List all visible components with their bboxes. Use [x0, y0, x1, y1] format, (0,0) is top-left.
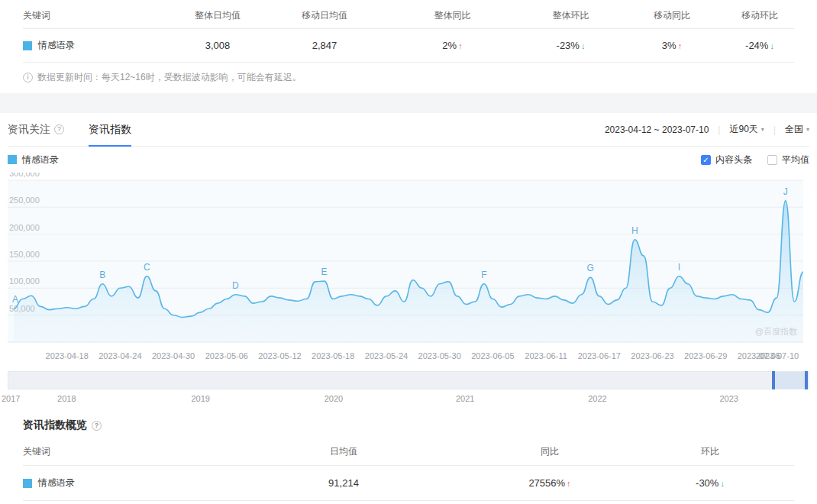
help-icon[interactable]: ?	[54, 124, 64, 134]
stats-table-header: 关键词 整体日均值 移动日均值 整体同比 整体环比 移动同比 移动环比	[23, 3, 794, 29]
period-select[interactable]: 近90天 ▾	[729, 123, 764, 136]
tab-news-attention[interactable]: 资讯关注 ?	[8, 113, 64, 146]
svg-text:E: E	[321, 267, 328, 277]
yoy-value: 27556%↑	[473, 477, 626, 489]
data-update-note: i 数据更新时间：每天12~16时，受数据波动影响，可能会有延迟。	[23, 63, 794, 93]
tab-news-index[interactable]: 资讯指数	[89, 113, 131, 146]
up-arrow-icon: ↑	[567, 479, 571, 488]
series-color-swatch	[23, 479, 32, 488]
svg-text:2023-04-18: 2023-04-18	[46, 351, 89, 360]
note-text: 数据更新时间：每天12~16时，受数据波动影响，可能会有延迟。	[37, 71, 302, 84]
overview-table-header: 关键词 日均值 同比 环比	[23, 438, 794, 466]
control-divider: |	[773, 124, 776, 135]
overview-table-row: 情感语录 91,214 27556%↑ -30%↓	[23, 466, 794, 501]
keyword-stats-section: 关键词 整体日均值 移动日均值 整体同比 整体环比 移动同比 移动环比 情感语录…	[0, 0, 817, 93]
chevron-down-icon: ▾	[806, 126, 809, 133]
keyword-cell[interactable]: 情感语录	[23, 477, 214, 489]
svg-text:2023-05-30: 2023-05-30	[418, 351, 461, 360]
svg-text:2023-07-10: 2023-07-10	[756, 351, 799, 360]
slider-handle-right[interactable]	[805, 371, 808, 389]
col-header-overall-daily: 整体日均值	[168, 9, 267, 22]
series-color-swatch	[23, 41, 32, 50]
col-header-daily-avg: 日均值	[214, 445, 473, 458]
keyword-label: 情感语录	[38, 477, 75, 489]
svg-text:2023-05-12: 2023-05-12	[258, 351, 301, 360]
date-range-label: 2023-04-12 ~ 2023-07-10	[605, 124, 709, 135]
series-color-swatch	[8, 155, 17, 164]
region-select[interactable]: 全国 ▾	[785, 123, 809, 136]
svg-text:2023-06-11: 2023-06-11	[525, 351, 567, 360]
up-arrow-icon: ↑	[678, 41, 683, 50]
down-arrow-icon: ↓	[581, 41, 586, 50]
help-icon[interactable]: ?	[92, 421, 102, 431]
up-arrow-icon: ↑	[458, 41, 463, 50]
panel-tabs: 资讯关注 ? 资讯指数 2023-04-12 ~ 2023-07-10 | 近9…	[8, 113, 809, 147]
col-header-overall-mom: 整体环比	[523, 9, 618, 22]
svg-text:H: H	[631, 225, 638, 236]
svg-text:2023-05-18: 2023-05-18	[312, 351, 354, 360]
legend-keyword-label: 情感语录	[22, 153, 59, 166]
svg-text:I: I	[678, 262, 680, 273]
svg-text:C: C	[144, 262, 150, 273]
keyword-label: 情感语录	[38, 39, 75, 52]
svg-text:B: B	[99, 270, 105, 280]
timeline-year-2017: 2017	[2, 394, 20, 403]
svg-text:100,000: 100,000	[9, 276, 40, 286]
chart-controls: 2023-04-12 ~ 2023-07-10 | 近90天 ▾ | 全国 ▾	[605, 123, 809, 136]
svg-text:2023-06-17: 2023-06-17	[578, 351, 621, 360]
checkbox-checked-icon[interactable]: ✓	[701, 155, 711, 165]
col-header-mobile-daily: 移动日均值	[267, 9, 382, 22]
col-header-yoy: 同比	[473, 445, 626, 458]
checkbox-average[interactable]: 平均值	[767, 153, 809, 166]
chart-options: ✓ 内容头条 平均值	[701, 153, 809, 166]
chevron-down-icon: ▾	[761, 126, 764, 133]
checkbox-unchecked-icon[interactable]	[767, 155, 777, 165]
col-header-keyword: 关键词	[23, 9, 168, 22]
news-index-overview-section: 资讯指数概览 ? 关键词 日均值 同比 环比 情感语录 91,214 27556…	[0, 406, 817, 501]
mobile-yoy-value: 3%↑	[618, 40, 725, 51]
col-header-mobile-mom: 移动环比	[725, 9, 794, 22]
svg-text:F: F	[481, 270, 486, 280]
svg-text:2023-06-23: 2023-06-23	[631, 351, 673, 360]
info-icon: i	[23, 73, 33, 82]
col-header-mom: 环比	[626, 445, 794, 458]
trend-chart[interactable]: 50,000100,000150,000200,000250,000300,00…	[8, 173, 809, 365]
svg-text:300,000: 300,000	[9, 173, 40, 178]
timeline-year-2020: 2020	[325, 394, 343, 403]
keyword-cell[interactable]: 情感语录	[23, 39, 168, 52]
overview-title: 资讯指数概览 ?	[23, 412, 794, 438]
svg-text:2023-06-29: 2023-06-29	[684, 351, 727, 360]
col-header-overall-yoy: 整体同比	[382, 9, 523, 22]
legend-item-keyword[interactable]: 情感语录	[8, 153, 59, 166]
svg-text:A: A	[12, 294, 18, 305]
chart-legend-row: 情感语录 ✓ 内容头条 平均值	[8, 147, 809, 173]
timeline-year-2019: 2019	[191, 394, 209, 403]
svg-text:2023-06-05: 2023-06-05	[471, 351, 514, 360]
overall-yoy-value: 2%↑	[382, 40, 523, 51]
mom-value: -30%↓	[626, 477, 794, 489]
timeline-year-2023: 2023	[719, 394, 738, 403]
slider-handle-left[interactable]	[772, 371, 775, 389]
svg-text:250,000: 250,000	[9, 195, 40, 205]
timeline-selection[interactable]	[772, 372, 806, 389]
svg-text:150,000: 150,000	[9, 250, 40, 259]
timeline-year-2021: 2021	[456, 394, 474, 403]
daily-avg-value: 91,214	[214, 477, 473, 489]
timeline-year-2018: 2018	[57, 394, 76, 403]
mobile-daily-value: 2,847	[267, 40, 382, 51]
mobile-mom-value: -24%↓	[725, 40, 794, 51]
overall-daily-value: 3,008	[168, 40, 267, 51]
trend-chart-canvas[interactable]: 50,000100,000150,000200,000250,000300,00…	[8, 173, 809, 365]
timeline-slider[interactable]	[8, 371, 809, 389]
down-arrow-icon: ↓	[720, 479, 725, 488]
checkbox-content-headline[interactable]: ✓ 内容头条	[701, 153, 752, 166]
svg-text:2023-04-24: 2023-04-24	[98, 351, 141, 360]
stats-table-row: 情感语录 3,008 2,847 2%↑ -23%↓ 3%↑ -24%↓	[23, 29, 794, 63]
svg-text:2023-05-24: 2023-05-24	[365, 351, 408, 360]
timeline-year-labels: 2017 2018 2019 2020 2021 2022 2023	[8, 393, 809, 406]
svg-text:J: J	[783, 186, 788, 197]
col-header-mobile-yoy: 移动同比	[618, 9, 725, 22]
svg-text:200,000: 200,000	[9, 223, 40, 232]
col-header-keyword: 关键词	[23, 445, 214, 458]
overall-mom-value: -23%↓	[523, 40, 618, 51]
